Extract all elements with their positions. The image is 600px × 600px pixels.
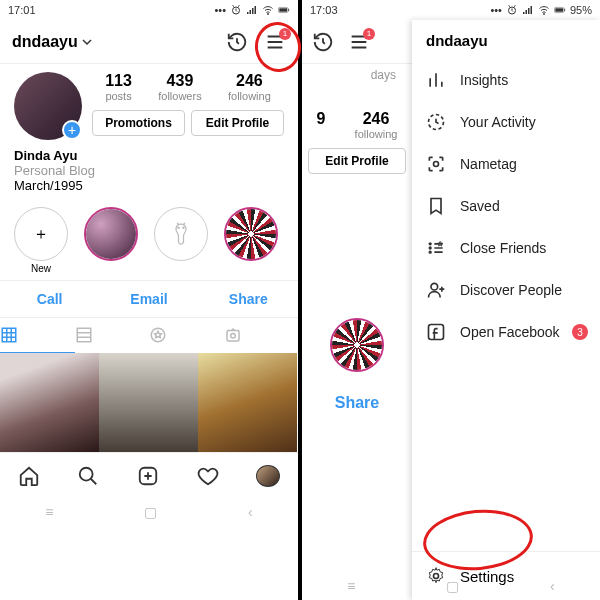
svg-point-22 xyxy=(429,247,431,249)
activity-icon xyxy=(426,112,446,132)
nav-search-icon[interactable] xyxy=(77,465,101,487)
soft-recent-icon[interactable]: ≡ xyxy=(45,504,53,520)
photo-grid xyxy=(0,353,298,452)
soft-home-icon[interactable]: ▢ xyxy=(144,504,157,520)
share-button[interactable]: Share xyxy=(302,378,412,428)
drawer-discover[interactable]: Discover People xyxy=(412,269,600,311)
facebook-icon xyxy=(426,322,446,342)
discover-icon xyxy=(426,280,446,300)
background-profile-strip: 1 days 9 246following Edit Profile Share xyxy=(302,20,412,600)
phone-right: 17:03 ••• 95% 1 days 9 246following Edit… xyxy=(302,0,600,600)
days-label: days xyxy=(302,64,412,88)
add-story-icon[interactable]: + xyxy=(62,120,82,140)
nametag-icon xyxy=(426,154,446,174)
battery-icon xyxy=(278,4,290,16)
tab-tagged[interactable] xyxy=(224,318,299,353)
svg-point-11 xyxy=(230,334,235,339)
signal-icon xyxy=(522,4,534,16)
grid-photo[interactable] xyxy=(99,353,198,452)
tab-grid[interactable] xyxy=(0,318,75,353)
display-name: Dinda Ayu xyxy=(14,148,284,163)
soft-back-icon[interactable]: ‹ xyxy=(248,504,253,520)
highlight-new[interactable]: ＋New xyxy=(14,207,68,274)
side-drawer: dndaayu Insights Your Activity Nametag S… xyxy=(412,20,600,600)
share-button[interactable]: Share xyxy=(199,281,298,317)
avatar[interactable]: + xyxy=(14,72,82,140)
svg-rect-4 xyxy=(288,9,289,12)
status-time: 17:03 xyxy=(310,4,338,16)
svg-point-23 xyxy=(429,251,431,253)
promotions-button[interactable]: Promotions xyxy=(92,110,185,136)
svg-point-24 xyxy=(431,283,438,290)
drawer-close-friends[interactable]: Close Friends xyxy=(412,227,600,269)
edit-profile-button[interactable]: Edit Profile xyxy=(308,148,406,174)
saved-icon xyxy=(426,196,446,216)
soft-recent-icon[interactable]: ≡ xyxy=(347,578,355,594)
nav-profile-icon[interactable] xyxy=(256,465,280,487)
android-soft-keys: ≡ ▢ ‹ xyxy=(302,572,600,600)
drawer-username: dndaayu xyxy=(412,20,600,59)
more-icon: ••• xyxy=(214,4,226,16)
highlight-3[interactable] xyxy=(224,207,278,274)
grid-photo[interactable] xyxy=(0,353,99,452)
svg-point-12 xyxy=(80,467,93,480)
soft-home-icon[interactable]: ▢ xyxy=(446,578,459,594)
stat-followers[interactable]: 439followers xyxy=(158,72,201,102)
edit-profile-button[interactable]: Edit Profile xyxy=(191,110,284,136)
stat-following[interactable]: 246following xyxy=(355,110,398,140)
svg-point-21 xyxy=(429,243,431,245)
highlight-2[interactable] xyxy=(154,207,208,274)
stat-posts[interactable]: 113posts xyxy=(105,72,132,102)
soft-back-icon[interactable]: ‹ xyxy=(550,578,555,594)
stat-following[interactable]: 246following xyxy=(228,72,271,102)
wifi-icon xyxy=(262,4,274,16)
nav-activity-icon[interactable] xyxy=(197,465,221,487)
svg-rect-7 xyxy=(2,328,16,342)
email-button[interactable]: Email xyxy=(99,281,198,317)
call-button[interactable]: Call xyxy=(0,281,99,317)
battery-percent: 95% xyxy=(570,4,592,16)
signal-icon xyxy=(246,4,258,16)
phone-left: 17:01 ••• dndaayu 1 + xyxy=(0,0,298,600)
hamburger-menu-icon[interactable]: 1 xyxy=(264,31,286,53)
highlight-1[interactable] xyxy=(84,207,138,274)
grid-photo[interactable] xyxy=(198,353,297,452)
more-icon: ••• xyxy=(490,4,502,16)
username-label: dndaayu xyxy=(12,33,78,51)
svg-rect-18 xyxy=(564,9,565,12)
archive-icon[interactable] xyxy=(226,31,248,53)
bio-text: March/1995 xyxy=(14,178,284,193)
username-dropdown[interactable]: dndaayu xyxy=(12,33,92,51)
nav-home-icon[interactable] xyxy=(18,465,42,487)
tab-star[interactable] xyxy=(149,318,224,353)
drawer-activity[interactable]: Your Activity xyxy=(412,101,600,143)
highlight-3[interactable] xyxy=(330,318,384,372)
svg-point-15 xyxy=(543,14,544,15)
contact-row: Call Email Share xyxy=(0,280,298,317)
profile-header: dndaayu 1 xyxy=(0,20,298,64)
menu-badge: 1 xyxy=(363,28,375,40)
status-bar: 17:03 ••• 95% xyxy=(302,0,600,20)
nav-add-icon[interactable] xyxy=(137,465,161,487)
svg-rect-3 xyxy=(279,8,287,11)
status-icons: ••• xyxy=(214,4,290,16)
menu-badge: 1 xyxy=(279,28,291,40)
drawer-nametag[interactable]: Nametag xyxy=(412,143,600,185)
alarm-icon xyxy=(230,4,242,16)
facebook-badge: 3 xyxy=(572,324,588,340)
bio: Dinda Ayu Personal Blog March/1995 xyxy=(0,140,298,199)
drawer-insights[interactable]: Insights xyxy=(412,59,600,101)
archive-icon[interactable] xyxy=(312,31,334,53)
wifi-icon xyxy=(538,4,550,16)
drawer-saved[interactable]: Saved xyxy=(412,185,600,227)
category: Personal Blog xyxy=(14,163,284,178)
tab-list[interactable] xyxy=(75,318,150,353)
status-icons: ••• 95% xyxy=(490,4,592,16)
alarm-icon xyxy=(506,4,518,16)
close-friends-icon xyxy=(426,238,446,258)
profile-tabs xyxy=(0,317,298,353)
hamburger-menu-icon[interactable]: 1 xyxy=(348,31,370,53)
drawer-facebook[interactable]: Open Facebook3 xyxy=(412,311,600,353)
android-soft-keys: ≡ ▢ ‹ xyxy=(0,498,298,526)
svg-point-5 xyxy=(178,227,179,228)
